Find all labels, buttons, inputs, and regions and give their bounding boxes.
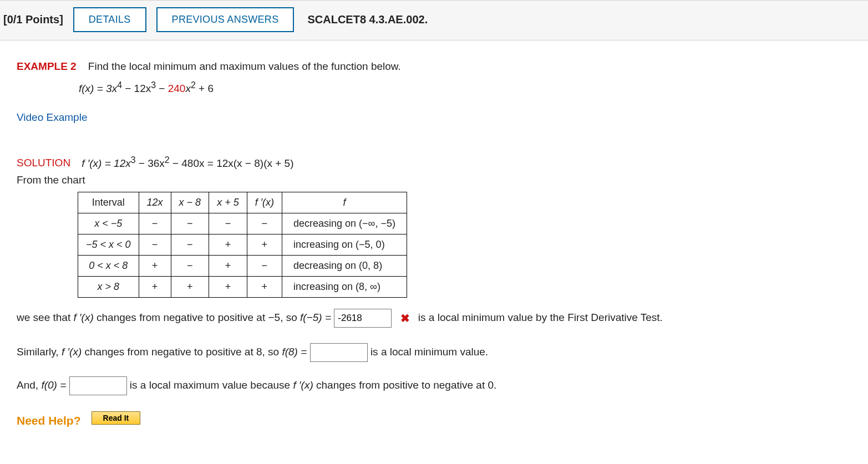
example-label: EXAMPLE 2 [17, 60, 77, 72]
points-label: [0/1 Points] [3, 13, 63, 26]
col-x-plus-5: x + 5 [217, 197, 239, 208]
col-fprime: f ′(x) [255, 197, 274, 208]
from-the-chart-text: From the chart [17, 174, 851, 186]
need-help-row: Need Help? Read It [17, 409, 851, 427]
solution-label: SOLUTION [17, 157, 70, 169]
table-row: x > 8 + + + + increasing on (8, ∞) [78, 276, 407, 297]
sentence-2: Similarly, f ′(x) changes from negative … [17, 342, 851, 362]
sentence-1: we see that f ′(x) changes from negative… [17, 308, 851, 329]
answer-input-f-of-8[interactable] [310, 343, 368, 362]
table-row: x < −5 − − − − decreasing on (−∞, −5) [78, 213, 407, 234]
video-example-link[interactable]: Video Example [17, 111, 87, 124]
sign-chart-table: Interval 12x x − 8 x + 5 f ′(x) f x < −5… [78, 192, 407, 298]
derivative-equation: f ′(x) = 12x3 − 36x2 − 480x = 12x(x − 8)… [82, 157, 293, 169]
highlighted-coefficient: 240 [168, 83, 186, 94]
question-header: [0/1 Points] DETAILS PREVIOUS ANSWERS SC… [0, 0, 868, 40]
sentence-3: And, f(0) = is a local maximum value bec… [17, 375, 851, 395]
need-help-label: Need Help? [17, 414, 81, 427]
col-interval: Interval [78, 192, 139, 213]
function-definition: f(x) = 3x4 − 12x3 − 240x2 + 6 [79, 80, 851, 95]
question-content: EXAMPLE 2 Find the local minimum and max… [0, 40, 868, 438]
previous-answers-button[interactable]: PREVIOUS ANSWERS [156, 7, 295, 32]
wrong-icon: ✖ [400, 308, 410, 329]
example-prompt: EXAMPLE 2 Find the local minimum and max… [17, 60, 851, 73]
answer-input-f-of-minus-5[interactable] [334, 309, 392, 328]
question-reference: SCALCET8 4.3.AE.002. [307, 13, 428, 26]
col-x-minus-8: x − 8 [179, 197, 201, 208]
table-row: −5 < x < 0 − − + + increasing on (−5, 0) [78, 234, 407, 255]
read-it-button[interactable]: Read It [92, 411, 141, 425]
prompt-text: Find the local minimum and maximum value… [88, 60, 401, 72]
details-button[interactable]: DETAILS [73, 7, 146, 32]
table-row: 0 < x < 8 + − + − decreasing on (0, 8) [78, 255, 407, 276]
col-12x: 12x [147, 197, 163, 208]
col-f: f [343, 197, 346, 208]
answer-input-f-of-0[interactable] [69, 376, 127, 395]
solution-row: SOLUTION f ′(x) = 12x3 − 36x2 − 480x = 1… [17, 155, 851, 169]
